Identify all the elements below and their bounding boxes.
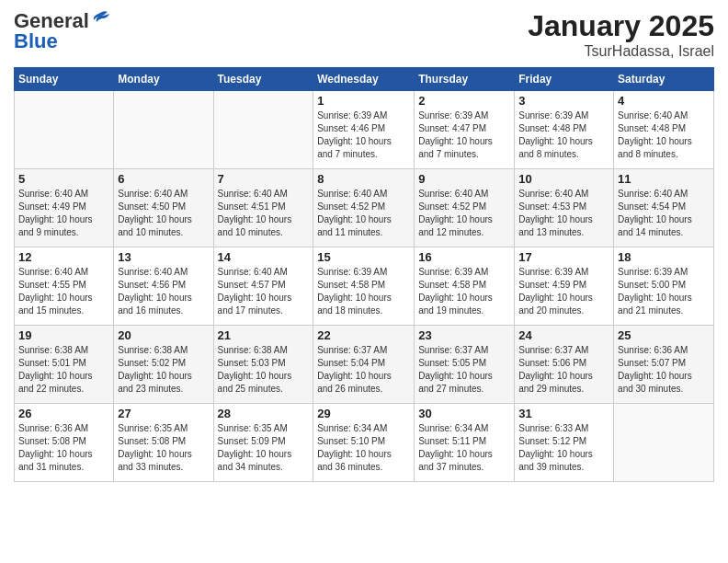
day-number: 18 <box>618 250 710 264</box>
day-number: 4 <box>618 94 710 108</box>
day-number: 11 <box>618 172 710 186</box>
calendar-cell: 6Sunrise: 6:40 AM Sunset: 4:50 PM Daylig… <box>114 169 213 247</box>
calendar-week-row: 5Sunrise: 6:40 AM Sunset: 4:49 PM Daylig… <box>15 169 714 247</box>
calendar-cell: 5Sunrise: 6:40 AM Sunset: 4:49 PM Daylig… <box>15 169 114 247</box>
calendar-cell: 11Sunrise: 6:40 AM Sunset: 4:54 PM Dayli… <box>614 169 714 247</box>
calendar-week-row: 26Sunrise: 6:36 AM Sunset: 5:08 PM Dayli… <box>15 404 714 482</box>
title-block: January 2025 TsurHadassa, Israel <box>528 9 714 60</box>
calendar-cell: 18Sunrise: 6:39 AM Sunset: 5:00 PM Dayli… <box>614 247 714 326</box>
weekday-header-saturday: Saturday <box>614 68 714 91</box>
day-info: Sunrise: 6:40 AM Sunset: 4:57 PM Dayligh… <box>218 266 310 317</box>
weekday-header-tuesday: Tuesday <box>213 68 313 91</box>
day-number: 3 <box>518 94 609 108</box>
calendar-cell: 27Sunrise: 6:35 AM Sunset: 5:08 PM Dayli… <box>114 404 213 482</box>
day-info: Sunrise: 6:39 AM Sunset: 4:46 PM Dayligh… <box>317 109 410 161</box>
calendar-cell: 3Sunrise: 6:39 AM Sunset: 4:48 PM Daylig… <box>515 91 614 169</box>
day-number: 16 <box>418 250 510 264</box>
day-number: 5 <box>18 172 109 186</box>
day-info: Sunrise: 6:40 AM Sunset: 4:52 PM Dayligh… <box>418 188 510 239</box>
calendar-cell <box>15 91 114 169</box>
calendar-cell: 28Sunrise: 6:35 AM Sunset: 5:09 PM Dayli… <box>213 404 313 482</box>
day-number: 21 <box>218 328 310 342</box>
day-number: 22 <box>317 328 410 342</box>
calendar-table: SundayMondayTuesdayWednesdayThursdayFrid… <box>14 67 714 482</box>
day-info: Sunrise: 6:35 AM Sunset: 5:09 PM Dayligh… <box>218 422 310 474</box>
calendar-cell: 10Sunrise: 6:40 AM Sunset: 4:53 PM Dayli… <box>515 169 614 247</box>
calendar-cell <box>114 91 213 169</box>
calendar-cell: 12Sunrise: 6:40 AM Sunset: 4:55 PM Dayli… <box>15 247 114 326</box>
day-number: 23 <box>418 328 510 342</box>
calendar-cell: 17Sunrise: 6:39 AM Sunset: 4:59 PM Dayli… <box>515 247 614 326</box>
day-info: Sunrise: 6:40 AM Sunset: 4:48 PM Dayligh… <box>618 109 710 161</box>
weekday-header-wednesday: Wednesday <box>313 68 415 91</box>
calendar-cell: 8Sunrise: 6:40 AM Sunset: 4:52 PM Daylig… <box>313 169 415 247</box>
day-number: 26 <box>18 407 109 420</box>
day-number: 12 <box>18 250 109 264</box>
day-info: Sunrise: 6:40 AM Sunset: 4:50 PM Dayligh… <box>118 188 209 239</box>
day-number: 30 <box>418 407 510 420</box>
day-info: Sunrise: 6:36 AM Sunset: 5:07 PM Dayligh… <box>618 344 710 396</box>
calendar-cell: 23Sunrise: 6:37 AM Sunset: 5:05 PM Dayli… <box>415 326 515 404</box>
day-info: Sunrise: 6:37 AM Sunset: 5:05 PM Dayligh… <box>418 344 510 396</box>
calendar-cell: 1Sunrise: 6:39 AM Sunset: 4:46 PM Daylig… <box>313 91 415 169</box>
day-info: Sunrise: 6:40 AM Sunset: 4:55 PM Dayligh… <box>18 266 109 317</box>
calendar-cell: 13Sunrise: 6:40 AM Sunset: 4:56 PM Dayli… <box>114 247 213 326</box>
day-info: Sunrise: 6:39 AM Sunset: 4:48 PM Dayligh… <box>518 109 609 161</box>
day-number: 31 <box>518 407 609 420</box>
day-number: 29 <box>317 407 410 420</box>
calendar-cell <box>213 91 313 169</box>
calendar-cell: 14Sunrise: 6:40 AM Sunset: 4:57 PM Dayli… <box>213 247 313 326</box>
day-number: 15 <box>317 250 410 264</box>
calendar-cell: 25Sunrise: 6:36 AM Sunset: 5:07 PM Dayli… <box>614 326 714 404</box>
day-number: 7 <box>218 172 310 186</box>
calendar-cell: 2Sunrise: 6:39 AM Sunset: 4:47 PM Daylig… <box>415 91 515 169</box>
day-info: Sunrise: 6:34 AM Sunset: 5:10 PM Dayligh… <box>317 422 410 474</box>
day-number: 28 <box>218 407 310 420</box>
day-info: Sunrise: 6:33 AM Sunset: 5:12 PM Dayligh… <box>518 422 609 474</box>
calendar-cell: 15Sunrise: 6:39 AM Sunset: 4:58 PM Dayli… <box>313 247 415 326</box>
calendar-cell: 19Sunrise: 6:38 AM Sunset: 5:01 PM Dayli… <box>15 326 114 404</box>
day-info: Sunrise: 6:38 AM Sunset: 5:01 PM Dayligh… <box>18 344 109 396</box>
calendar-page: General Blue January 2025 TsurHadassa, I… <box>0 0 728 563</box>
calendar-subtitle: TsurHadassa, Israel <box>528 43 714 60</box>
day-number: 10 <box>518 172 609 186</box>
day-info: Sunrise: 6:40 AM Sunset: 4:51 PM Dayligh… <box>218 188 310 239</box>
day-number: 9 <box>418 172 510 186</box>
weekday-header-thursday: Thursday <box>415 68 515 91</box>
day-info: Sunrise: 6:40 AM Sunset: 4:52 PM Dayligh… <box>317 188 410 239</box>
calendar-title: January 2025 <box>528 9 714 43</box>
day-info: Sunrise: 6:36 AM Sunset: 5:08 PM Dayligh… <box>18 422 109 474</box>
calendar-week-row: 1Sunrise: 6:39 AM Sunset: 4:46 PM Daylig… <box>15 91 714 169</box>
calendar-cell <box>614 404 714 482</box>
weekday-header-row: SundayMondayTuesdayWednesdayThursdayFrid… <box>15 68 714 91</box>
calendar-cell: 31Sunrise: 6:33 AM Sunset: 5:12 PM Dayli… <box>515 404 614 482</box>
day-number: 14 <box>218 250 310 264</box>
calendar-cell: 22Sunrise: 6:37 AM Sunset: 5:04 PM Dayli… <box>313 326 415 404</box>
calendar-cell: 30Sunrise: 6:34 AM Sunset: 5:11 PM Dayli… <box>415 404 515 482</box>
calendar-cell: 29Sunrise: 6:34 AM Sunset: 5:10 PM Dayli… <box>313 404 415 482</box>
calendar-cell: 24Sunrise: 6:37 AM Sunset: 5:06 PM Dayli… <box>515 326 614 404</box>
day-number: 1 <box>317 94 410 108</box>
day-number: 2 <box>418 94 510 108</box>
day-info: Sunrise: 6:40 AM Sunset: 4:54 PM Dayligh… <box>618 188 710 239</box>
day-info: Sunrise: 6:39 AM Sunset: 4:58 PM Dayligh… <box>317 266 410 317</box>
day-number: 6 <box>118 172 209 186</box>
calendar-cell: 9Sunrise: 6:40 AM Sunset: 4:52 PM Daylig… <box>415 169 515 247</box>
day-info: Sunrise: 6:39 AM Sunset: 4:59 PM Dayligh… <box>518 266 609 317</box>
day-info: Sunrise: 6:39 AM Sunset: 4:47 PM Dayligh… <box>418 109 510 161</box>
weekday-header-friday: Friday <box>515 68 614 91</box>
day-number: 25 <box>618 328 710 342</box>
calendar-cell: 26Sunrise: 6:36 AM Sunset: 5:08 PM Dayli… <box>15 404 114 482</box>
day-info: Sunrise: 6:40 AM Sunset: 4:53 PM Dayligh… <box>518 188 609 239</box>
day-info: Sunrise: 6:39 AM Sunset: 5:00 PM Dayligh… <box>618 266 710 317</box>
day-number: 27 <box>118 407 209 420</box>
header: General Blue January 2025 TsurHadassa, I… <box>14 9 714 60</box>
day-info: Sunrise: 6:34 AM Sunset: 5:11 PM Dayligh… <box>418 422 510 474</box>
logo: General Blue <box>14 9 111 53</box>
day-number: 24 <box>518 328 609 342</box>
day-info: Sunrise: 6:38 AM Sunset: 5:02 PM Dayligh… <box>118 344 209 396</box>
day-info: Sunrise: 6:40 AM Sunset: 4:56 PM Dayligh… <box>118 266 209 317</box>
calendar-cell: 21Sunrise: 6:38 AM Sunset: 5:03 PM Dayli… <box>213 326 313 404</box>
day-info: Sunrise: 6:39 AM Sunset: 4:58 PM Dayligh… <box>418 266 510 317</box>
day-number: 20 <box>118 328 209 342</box>
